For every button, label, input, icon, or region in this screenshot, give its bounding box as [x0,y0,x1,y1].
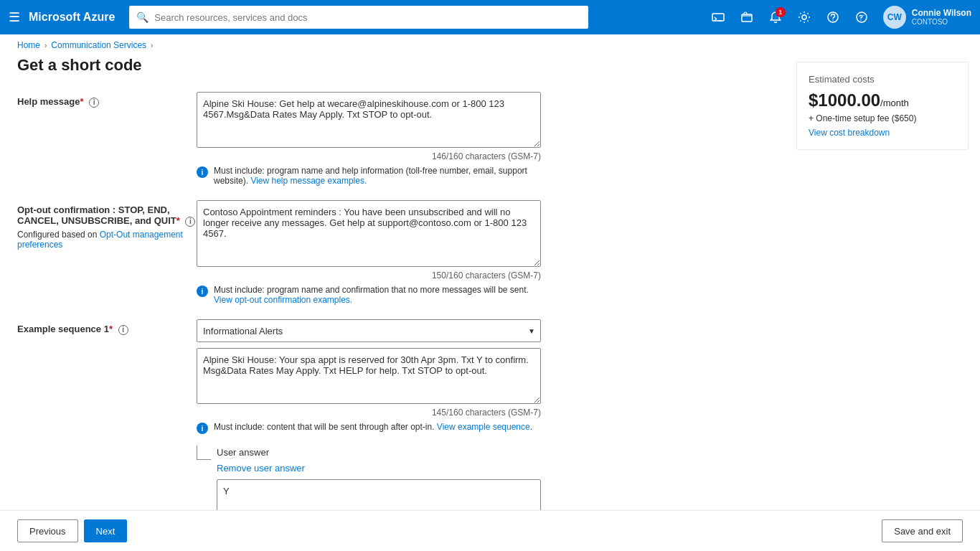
opt-out-char-count: 150/160 characters (GSM-7) [197,270,541,281]
brand-logo: Microsoft Azure [29,11,115,24]
breadcrumb: Home › Communication Services › [0,34,980,56]
svg-point-5 [832,19,834,21]
help-message-row: Help message* i 146/160 characters (GSM-… [17,92,768,186]
svg-rect-0 [712,14,724,21]
cloud-shell-icon[interactable] [705,4,731,30]
help-message-info-icon[interactable]: i [89,98,99,108]
breadcrumb-sep-2: › [151,42,153,50]
content-area: Get a short code Help message* i 146/160… [0,56,785,510]
previous-button[interactable]: Previous [17,519,78,542]
user-answer-section: User answer Remove user answer 1/160 cha… [197,446,541,510]
opt-out-row: Opt-out confirmation : STOP, END, CANCEL… [17,200,768,305]
help-message-label: Help message* i [17,96,99,107]
bottom-bar: Previous Next Save and exit [0,510,980,551]
nav-icon-group: 1 CW Connie Wilson CONTOSO [705,4,971,30]
settings-icon[interactable] [791,4,817,30]
required-star: * [80,96,83,107]
example-sequence-textarea[interactable] [197,348,541,404]
opt-out-label: Opt-out confirmation : STOP, END, CANCEL… [17,204,197,227]
notification-badge: 1 [776,7,786,17]
example-sequence-info-box: i Must include: content that will be sen… [197,422,541,434]
notifications-icon[interactable]: 1 [763,4,788,30]
sequence-type-select[interactable]: Informational Alerts Promotional Subscri… [197,319,541,342]
page-title: Get a short code [17,56,768,75]
example-sequence-char-count: 145/160 characters (GSM-7) [197,408,541,418]
opt-out-textarea[interactable] [197,200,541,267]
opt-out-info-icon-blue: i [197,286,208,297]
cost-period: /month [880,98,909,108]
opt-out-info-box: i Must include: program name and confirm… [197,285,541,305]
info-icon-blue: i [197,166,208,178]
breadcrumb-home[interactable]: Home [17,40,40,50]
feedback-icon[interactable] [849,4,875,30]
cost-setup: + One-time setup fee ($650) [809,113,956,123]
cost-breakdown-link[interactable]: View cost breakdown [809,128,956,138]
hamburger-menu-icon[interactable]: ☰ [9,9,20,25]
example-sequence-label: Example sequence 1* i [17,324,128,334]
indent-line [197,446,211,460]
search-input[interactable] [154,12,581,23]
next-button[interactable]: Next [84,519,128,542]
help-message-info-box: i Must include: program name and help in… [197,166,541,186]
top-navigation: ☰ Microsoft Azure 🔍 1 CW Connie Wilson [0,0,980,34]
remove-user-answer-link[interactable]: Remove user answer [217,463,541,474]
help-message-textarea[interactable] [197,92,541,148]
example-sequence-info-icon-blue: i [197,423,208,434]
help-message-link[interactable]: View help message examples. [250,176,367,186]
user-menu[interactable]: CW Connie Wilson CONTOSO [883,6,971,29]
user-name: Connie Wilson [912,8,971,18]
user-org: CONTOSO [912,18,971,27]
example-sequence-info-icon[interactable]: i [118,325,128,335]
example-sequence-link[interactable]: View example sequence. [437,422,532,432]
opt-out-info-icon[interactable]: i [185,217,195,227]
cost-panel-title: Estimated costs [809,74,956,85]
directory-icon[interactable] [734,4,760,30]
help-icon[interactable] [820,4,846,30]
cost-panel: Estimated costs $1000.00/month + One-tim… [796,62,969,150]
user-answer-textarea[interactable] [217,479,541,510]
breadcrumb-service[interactable]: Communication Services [51,40,146,50]
main-content: Get a short code Help message* i 146/160… [0,56,980,510]
search-bar[interactable]: 🔍 [129,6,588,29]
sequence-type-dropdown[interactable]: Informational Alerts Promotional Subscri… [197,319,541,342]
svg-point-7 [860,19,861,20]
avatar: CW [883,6,906,29]
example-sequence-row: Example sequence 1* i Informational Aler… [17,319,768,510]
save-exit-button[interactable]: Save and exit [882,519,963,542]
user-answer-label: User answer [217,446,269,458]
cost-amount: $1000.00 [809,90,880,110]
svg-point-3 [802,15,806,19]
opt-out-examples-link[interactable]: View opt-out confirmation examples. [214,295,352,305]
help-message-char-count: 146/160 characters (GSM-7) [197,151,541,161]
search-icon: 🔍 [136,11,149,23]
breadcrumb-sep-1: › [44,42,47,50]
